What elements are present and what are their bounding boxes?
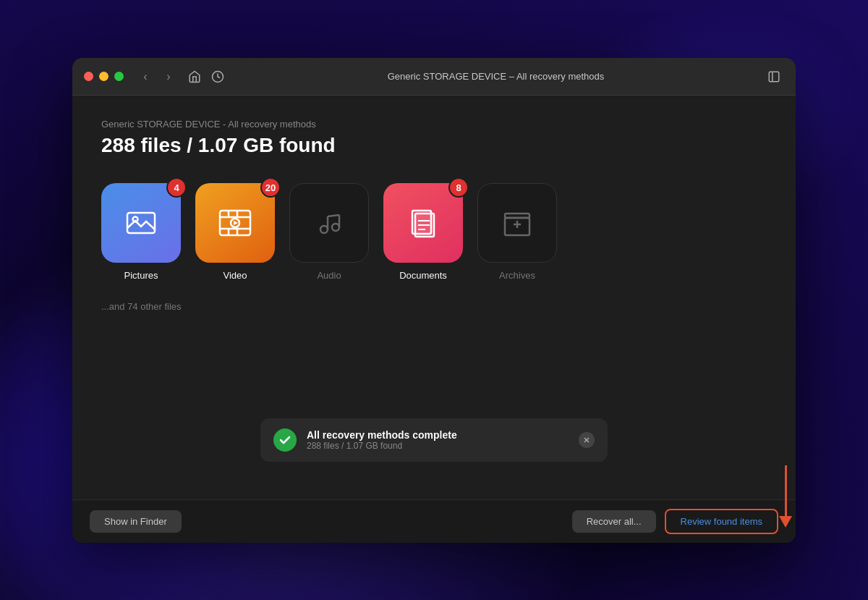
close-icon: [583, 436, 590, 444]
category-documents[interactable]: 8 Documents: [383, 183, 463, 281]
documents-icon-wrapper: 8: [383, 183, 463, 263]
svg-rect-3: [127, 213, 155, 233]
clock-icon: [211, 70, 224, 83]
category-video[interactable]: 20 Video: [195, 183, 275, 281]
svg-line-18: [328, 215, 339, 216]
audio-icon: [310, 203, 349, 242]
pictures-icon: [122, 203, 161, 242]
video-icon-bg: [195, 183, 275, 263]
svg-rect-1: [769, 72, 779, 82]
sidebar-icon: [767, 70, 780, 83]
back-icon: ‹: [143, 70, 147, 83]
documents-label: Documents: [399, 270, 447, 281]
video-icon: [216, 203, 255, 242]
svg-marker-13: [234, 221, 238, 225]
sidebar-toggle-button[interactable]: [764, 67, 784, 87]
forward-icon: ›: [166, 70, 170, 83]
file-categories: 4 Pictures: [101, 183, 767, 281]
back-button[interactable]: ‹: [135, 67, 156, 87]
nav-buttons: ‹ ›: [135, 67, 179, 87]
audio-label: Audio: [317, 270, 341, 281]
pictures-icon-bg: [101, 183, 181, 263]
arrow-indicator: [779, 465, 792, 528]
archives-icon-wrapper: [477, 183, 557, 263]
recover-all-button[interactable]: Recover all...: [572, 510, 656, 533]
notification-text: All recovery methods complete 288 files …: [307, 429, 569, 451]
archives-label: Archives: [499, 270, 535, 281]
window-title: Generic STORAGE DEVICE – All recovery me…: [228, 71, 764, 82]
video-badge: 20: [260, 177, 281, 198]
audio-icon-wrapper: [289, 183, 369, 263]
show-in-finder-button[interactable]: Show in Finder: [90, 510, 182, 533]
close-button[interactable]: [84, 72, 93, 81]
audio-icon-bg: [289, 183, 369, 263]
video-label: Video: [223, 270, 247, 281]
clock-button[interactable]: [208, 67, 228, 87]
page-title: 288 files / 1.07 GB found: [101, 134, 767, 157]
pictures-badge: 4: [166, 177, 187, 198]
svg-point-15: [332, 224, 339, 231]
checkmark-icon: [278, 434, 292, 447]
other-files-text: ...and 74 other files: [101, 301, 767, 312]
notification-bar: All recovery methods complete 288 files …: [260, 418, 608, 462]
notification-title: All recovery methods complete: [307, 429, 569, 441]
archives-icon-bg: [477, 183, 557, 263]
notification-icon: [273, 428, 297, 452]
home-icon: [188, 70, 201, 83]
minimize-button[interactable]: [99, 72, 109, 81]
titlebar: ‹ › Generic STORAGE DEVICE – All recover…: [72, 58, 796, 96]
svg-point-14: [320, 226, 328, 233]
video-icon-wrapper: 20: [195, 183, 275, 263]
pictures-label: Pictures: [124, 270, 158, 281]
arrow-head: [779, 516, 792, 528]
category-archives[interactable]: Archives: [477, 183, 557, 281]
pictures-icon-wrapper: 4: [101, 183, 181, 263]
main-window: ‹ › Generic STORAGE DEVICE – All recover…: [72, 58, 796, 543]
notification-subtitle: 288 files / 1.07 GB found: [307, 441, 569, 451]
category-audio[interactable]: Audio: [289, 183, 369, 281]
documents-badge: 8: [448, 177, 469, 198]
archives-icon: [498, 203, 537, 242]
home-button[interactable]: [184, 67, 205, 87]
notification-close-button[interactable]: [579, 432, 595, 448]
traffic-lights: [84, 72, 124, 81]
content-area: Generic STORAGE DEVICE - All recovery me…: [72, 96, 796, 499]
documents-icon-bg: [383, 183, 463, 263]
forward-button[interactable]: ›: [158, 67, 179, 87]
documents-icon: [404, 203, 443, 242]
page-subtitle: Generic STORAGE DEVICE - All recovery me…: [101, 119, 767, 130]
category-pictures[interactable]: 4 Pictures: [101, 183, 181, 281]
arrow-shaft: [785, 465, 787, 516]
review-found-items-button[interactable]: Review found items: [665, 509, 778, 534]
maximize-button[interactable]: [114, 72, 124, 81]
bottom-bar: Show in Finder Recover all... Review fou…: [72, 499, 796, 543]
